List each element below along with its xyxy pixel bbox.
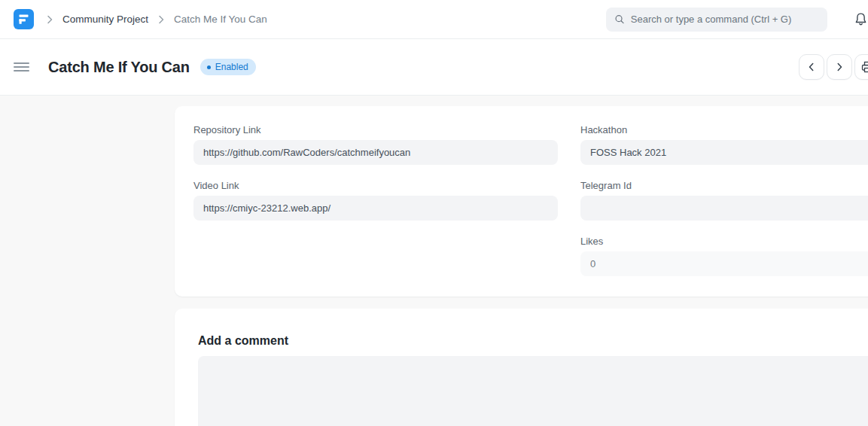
breadcrumb-current-doc[interactable]: Catch Me If You Can — [174, 14, 267, 25]
hackathon-input[interactable] — [580, 140, 868, 165]
field-hackathon: Hackathon — [580, 124, 868, 165]
bell-icon — [854, 12, 868, 27]
previous-document-button[interactable] — [799, 54, 824, 80]
video-link-input[interactable] — [193, 196, 558, 221]
global-search[interactable] — [606, 8, 827, 32]
status-dot-icon — [207, 65, 211, 69]
page-title: Catch Me If You Can — [48, 59, 190, 76]
status-badge: Enabled — [200, 59, 256, 75]
form-body: Repository Link Video Link Hackathon Tel… — [0, 96, 868, 426]
printer-icon — [860, 60, 868, 74]
status-badge-label: Enabled — [215, 62, 248, 72]
notifications-button[interactable] — [854, 12, 868, 27]
repository-link-label: Repository Link — [193, 124, 558, 135]
hamburger-icon — [14, 62, 29, 64]
likes-input[interactable] — [580, 251, 868, 276]
form-section-card: Repository Link Video Link Hackathon Tel… — [175, 106, 868, 297]
sidebar-toggle-button[interactable] — [14, 60, 29, 74]
print-button[interactable] — [854, 54, 868, 80]
video-link-label: Video Link — [193, 180, 558, 191]
telegram-id-input[interactable] — [580, 196, 868, 221]
field-telegram-id: Telegram Id — [580, 180, 868, 221]
next-document-button[interactable] — [827, 54, 852, 80]
breadcrumb-community-project[interactable]: Community Project — [62, 14, 148, 25]
chevron-right-icon — [157, 15, 165, 24]
app-window: Community Project Catch Me If You Can Ca… — [0, 0, 868, 426]
search-icon — [614, 14, 625, 25]
comment-input[interactable] — [198, 356, 868, 426]
field-repository-link: Repository Link — [193, 124, 558, 165]
chevron-right-icon — [46, 15, 53, 24]
form-column-left: Repository Link Video Link — [193, 124, 558, 236]
search-input[interactable] — [631, 14, 819, 25]
likes-label: Likes — [580, 236, 868, 247]
chevron-right-icon — [833, 60, 846, 74]
hackathon-label: Hackathon — [580, 124, 868, 135]
frappe-logo[interactable] — [14, 9, 34, 29]
telegram-id-label: Telegram Id — [580, 180, 868, 191]
repository-link-input[interactable] — [193, 140, 558, 165]
field-video-link: Video Link — [193, 180, 558, 221]
chevron-left-icon — [805, 60, 818, 74]
form-column-right: Hackathon Telegram Id Likes — [580, 124, 868, 291]
comments-section-card: Add a comment — [175, 309, 868, 426]
header-actions — [799, 54, 868, 80]
add-comment-heading: Add a comment — [198, 334, 868, 348]
field-likes: Likes — [580, 236, 868, 276]
form-grid: Repository Link Video Link Hackathon Tel… — [193, 124, 868, 291]
navbar: Community Project Catch Me If You Can — [0, 0, 868, 39]
page-header: Catch Me If You Can Enabled — [0, 39, 868, 96]
frappe-logo-icon — [14, 9, 34, 29]
